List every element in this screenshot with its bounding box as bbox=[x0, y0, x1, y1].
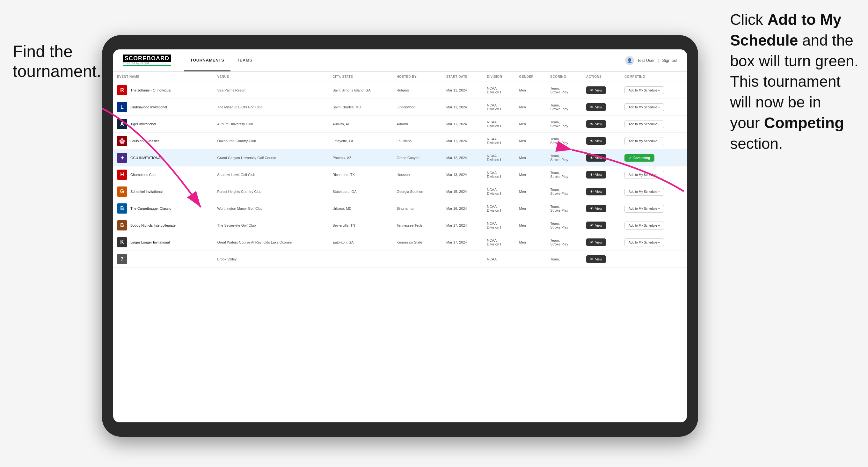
eye-icon: 👁 bbox=[590, 139, 593, 143]
team-logo: R bbox=[117, 85, 127, 95]
cell-city-state: Auburn, AL bbox=[329, 116, 393, 133]
cell-start-date: Mar 11, 2024 bbox=[442, 116, 483, 133]
cell-scoring: Team,Stroke Play bbox=[546, 99, 582, 116]
cell-gender: Men bbox=[515, 82, 546, 99]
cell-hosted-by bbox=[393, 251, 442, 268]
event-name: Lindenwood Invitational bbox=[130, 105, 167, 109]
actions-col: 👁 View bbox=[582, 150, 621, 166]
top-bar: SCOREBOARD Powered by clippd TOURNAMENTS… bbox=[113, 50, 687, 72]
cell-start-date: Mar 11, 2024 bbox=[442, 82, 483, 99]
cell-start-date: Mar 17, 2024 bbox=[442, 217, 483, 234]
add-schedule-button[interactable]: Add to My Schedule + bbox=[624, 137, 664, 145]
sign-out-link[interactable]: Sign out bbox=[662, 58, 677, 63]
col-scoring: SCORING bbox=[546, 72, 582, 82]
eye-icon: 👁 bbox=[590, 122, 593, 126]
cell-division: NCAADivision I bbox=[483, 200, 515, 217]
cell-gender: Men bbox=[515, 234, 546, 251]
cell-scoring: Team,Stroke Play bbox=[546, 234, 582, 251]
cell-scoring: Team,Stroke Play bbox=[546, 116, 582, 133]
actions-col: 👁 View bbox=[582, 116, 621, 133]
event-cell: L Lindenwood Invitational bbox=[113, 99, 213, 116]
competing-col: Add to My Schedule + bbox=[621, 82, 687, 99]
cell-hosted-by: Tennessee Tech bbox=[393, 217, 442, 234]
table-body: R The Johnnie - O Individual Sea Palms R… bbox=[113, 82, 687, 268]
add-schedule-button[interactable]: Add to My Schedule + bbox=[624, 239, 664, 246]
event-name: Tiger Invitational bbox=[130, 122, 156, 126]
cell-venue: Great Waters Course At Reynolds Lake Oco… bbox=[213, 234, 329, 251]
cell-division: NCAADivision I bbox=[483, 116, 515, 133]
cell-venue: Brook Valley bbox=[213, 251, 329, 268]
cell-start-date: Mar 13, 2024 bbox=[442, 166, 483, 183]
view-button[interactable]: 👁 View bbox=[586, 171, 606, 179]
top-bar-right: 👤 Test User | Sign out bbox=[625, 56, 677, 65]
cell-venue: Grand Canyon University Golf Course bbox=[213, 150, 329, 166]
add-schedule-button[interactable]: Add to My Schedule + bbox=[624, 171, 664, 179]
user-icon: 👤 bbox=[625, 56, 634, 65]
cell-gender: Men bbox=[515, 183, 546, 200]
competing-col: Add to My Schedule + bbox=[621, 99, 687, 116]
nav-tabs: TOURNAMENTS TEAMS bbox=[184, 50, 258, 71]
team-logo: ✦ bbox=[117, 153, 127, 163]
actions-col: 👁 View bbox=[582, 183, 621, 200]
cell-scoring: Team,Stroke Play bbox=[546, 183, 582, 200]
actions-col: 👁 View bbox=[582, 166, 621, 183]
table-row: ? Brook ValleyNCAATeam,👁 View bbox=[113, 251, 687, 268]
actions-col: 👁 View bbox=[582, 133, 621, 150]
competing-col: Add to My Schedule + bbox=[621, 217, 687, 234]
cell-gender: Men bbox=[515, 200, 546, 217]
competing-col: Add to My Schedule + bbox=[621, 183, 687, 200]
add-schedule-button[interactable]: Add to My Schedule + bbox=[624, 86, 664, 94]
add-schedule-button[interactable]: Add to My Schedule + bbox=[624, 205, 664, 213]
cell-scoring: Team,Stroke Play bbox=[546, 200, 582, 217]
cell-start-date: Mar 12, 2024 bbox=[442, 150, 483, 166]
competing-button[interactable]: ✓ Competing bbox=[624, 154, 654, 162]
cell-city-state: Saint Simons Island, GA bbox=[329, 82, 393, 99]
event-cell: B The Carpetbagger Classic bbox=[113, 200, 213, 217]
event-cell: G Schenkel Invitational bbox=[113, 183, 213, 200]
event-name: Schenkel Invitational bbox=[130, 190, 162, 193]
view-button[interactable]: 👁 View bbox=[586, 86, 606, 94]
actions-col: 👁 View bbox=[582, 200, 621, 217]
add-schedule-button[interactable]: Add to My Schedule + bbox=[624, 188, 664, 196]
cell-division: NCAA bbox=[483, 251, 515, 268]
table-row: B Bobby Nichols Intercollegiate The Sevi… bbox=[113, 217, 687, 234]
event-cell: R The Johnnie - O Individual bbox=[113, 82, 213, 99]
view-button[interactable]: 👁 View bbox=[586, 255, 606, 263]
logo-text: SCOREBOARD bbox=[123, 55, 171, 62]
tablet-screen: SCOREBOARD Powered by clippd TOURNAMENTS… bbox=[113, 50, 687, 423]
tab-tournaments[interactable]: TOURNAMENTS bbox=[184, 50, 230, 71]
table-row: B The Carpetbagger Classic Worthington M… bbox=[113, 200, 687, 217]
view-button[interactable]: 👁 View bbox=[586, 103, 606, 111]
event-name: The Johnnie - O Individual bbox=[130, 88, 171, 92]
eye-icon: 👁 bbox=[590, 156, 593, 160]
event-name: Champions Cup bbox=[130, 173, 156, 177]
cell-scoring: Team, bbox=[546, 251, 582, 268]
event-name: Linger Longer Invitational bbox=[130, 240, 170, 244]
table-row: G Schenkel Invitational Forest Heights C… bbox=[113, 183, 687, 200]
view-button[interactable]: 👁 View bbox=[586, 222, 606, 229]
eye-icon: 👁 bbox=[590, 88, 593, 92]
view-button[interactable]: 👁 View bbox=[586, 137, 606, 145]
left-instruction: Find the tournament. bbox=[13, 41, 101, 81]
view-button[interactable]: 👁 View bbox=[586, 205, 606, 212]
add-schedule-button[interactable]: Add to My Schedule + bbox=[624, 103, 664, 111]
team-logo: A bbox=[117, 119, 127, 129]
cell-venue: The Sevierville Golf Club bbox=[213, 217, 329, 234]
competing-col: Add to My Schedule + bbox=[621, 166, 687, 183]
tab-teams[interactable]: TEAMS bbox=[230, 50, 258, 71]
table-row: L Lindenwood Invitational The Missouri B… bbox=[113, 99, 687, 116]
event-cell: ✦ GCU INVITATIONAL bbox=[113, 150, 213, 166]
view-button[interactable]: 👁 View bbox=[586, 120, 606, 128]
user-name: Test User bbox=[637, 58, 655, 63]
add-schedule-button[interactable]: Add to My Schedule + bbox=[624, 120, 664, 128]
cell-venue: Worthington Manor Golf Club bbox=[213, 200, 329, 217]
team-logo: 🌸 bbox=[117, 136, 127, 146]
competing-col: Add to My Schedule + bbox=[621, 116, 687, 133]
add-schedule-button[interactable]: Add to My Schedule + bbox=[624, 222, 664, 229]
view-button[interactable]: 👁 View bbox=[586, 154, 606, 162]
actions-col: 👁 View bbox=[582, 99, 621, 116]
view-button[interactable]: 👁 View bbox=[586, 239, 606, 246]
event-name: The Carpetbagger Classic bbox=[130, 207, 171, 210]
event-cell: 🌸 Louisiana Classics bbox=[113, 133, 213, 150]
view-button[interactable]: 👁 View bbox=[586, 188, 606, 195]
